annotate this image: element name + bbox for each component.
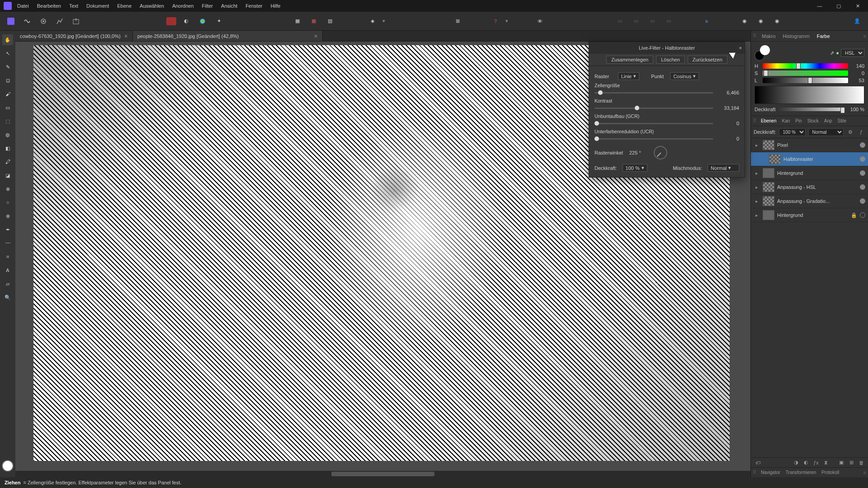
visibility-icon[interactable] [860,184,865,190]
smudge-tool-icon[interactable]: 〰 [2,238,13,249]
selection-tool-icon[interactable]: ▭ [2,102,13,113]
autowb-icon[interactable]: ✦ [212,15,225,28]
close-icon[interactable]: ✕ [851,3,864,9]
tab-makro[interactable]: Makro [758,33,779,39]
persona-export-icon[interactable] [70,15,82,28]
sat-slider[interactable] [763,70,848,76]
menu-bearbeiten[interactable]: Bearbeiten [37,3,61,9]
layer-thumbnail[interactable] [763,196,774,206]
swatches-icon[interactable] [166,17,176,25]
heal-tool-icon[interactable]: ⊗ [2,211,13,221]
hue-value[interactable]: 140 [851,63,864,69]
fx-icon[interactable]: ƒ [857,128,865,136]
move-tool-icon[interactable]: ↖ [2,48,13,59]
delete-layer-icon[interactable]: 🗑 [857,459,865,467]
layer-row[interactable]: ▸ Pixel [751,138,868,152]
layer-blend-select[interactable]: Normal [808,128,844,136]
tag-icon[interactable]: 🏷 [754,459,762,467]
menu-dokument[interactable]: Dokument [86,3,109,9]
assist-icon[interactable]: ? [489,15,502,28]
layer-opacity-input[interactable]: 100 % [779,128,806,136]
lum-slider[interactable] [763,78,848,83]
param-slider[interactable] [594,108,713,109]
lock-icon[interactable]: 🔒 [851,212,857,218]
sync-3-icon[interactable]: ◉ [771,15,783,28]
dialog-blend-select[interactable]: Normal▾ [708,164,739,172]
param-slider[interactable] [594,123,713,124]
text-tool-icon[interactable]: A [2,265,13,276]
color-wells[interactable] [755,45,770,61]
menu-fenster[interactable]: Fenster [245,3,262,9]
brush-tool-icon[interactable]: 🖌 [2,89,13,99]
angle-value[interactable]: 225 ° [629,150,647,155]
chevron-down-icon[interactable]: ▾ [382,18,385,24]
color-mode-select[interactable]: HSL [841,49,864,57]
visibility-icon[interactable] [860,156,865,162]
flood-tool-icon[interactable]: ◍ [2,129,13,140]
menu-ebene[interactable]: Ebene [117,3,132,9]
close-tab-icon[interactable]: × [314,33,318,40]
layer-row[interactable]: ▸ Anpassung - Gradatio... [751,194,868,208]
tab-pinsel[interactable]: Pin [793,118,804,123]
hand-tool-icon[interactable]: ✋ [2,34,13,45]
shape-tool-icon[interactable]: ▱ [2,278,13,289]
grip-icon[interactable]: ⠿ [751,469,758,475]
punkt-select[interactable]: Cosinus▾ [670,72,699,80]
hue-slider[interactable] [763,63,848,69]
grip-icon[interactable]: ⠿ [751,33,758,39]
fx-layer-icon[interactable]: ƒx [812,459,820,467]
expand-icon[interactable]: ▸ [754,212,760,218]
preview-icon[interactable]: 👁 [533,15,546,28]
arrange-3-icon[interactable]: ▭ [646,15,659,28]
autocolor-icon[interactable] [196,15,209,28]
slider-value[interactable]: 0 [717,136,739,141]
tab-histogramm[interactable]: Histogramm [779,33,813,39]
slider-value[interactable]: 0 [717,121,739,126]
expand-icon[interactable]: ▸ [754,142,760,148]
arrange-1-icon[interactable]: ▭ [613,15,626,28]
mask-icon[interactable]: ◑ [792,459,800,467]
mesh-tool-icon[interactable]: ⌗ [2,251,13,262]
delete-button[interactable]: Löschen [656,56,685,64]
expand-icon[interactable]: ▸ [754,198,760,204]
tab-transform[interactable]: Transformieren [783,470,819,475]
opacity-value[interactable]: 100 % [846,107,864,112]
layer-thumbnail[interactable] [763,140,774,150]
arrange-2-icon[interactable]: ▭ [630,15,642,28]
crop-tool-icon[interactable]: ⊡ [2,75,13,86]
paint-brush-tool-icon[interactable]: 🖍 [2,156,13,167]
layer-thumbnail[interactable] [763,168,774,178]
maximize-icon[interactable]: ▢ [832,3,845,9]
account-icon[interactable]: 👤 [851,15,863,28]
tab-kanaele[interactable]: Kan [779,118,793,123]
menu-text[interactable]: Text [69,3,78,9]
tab-stock[interactable]: Stock [805,118,821,123]
angle-dial[interactable] [654,146,667,160]
group-icon[interactable]: ▣ [837,459,845,467]
param-slider[interactable] [594,138,713,140]
persona-photo-icon[interactable] [5,15,17,28]
tab-navigator[interactable]: Navigator [758,470,783,475]
sync-2-icon[interactable]: ◉ [755,15,767,28]
live-filter-dialog[interactable]: Live-Filter - Halbtonraster × Zusammenle… [589,42,745,178]
zoom-tool-icon[interactable]: 🔍 [2,292,13,303]
visibility-icon[interactable] [860,198,865,204]
add-swatch-icon[interactable]: ● [836,50,839,56]
document-tab-1[interactable]: cowboy-67630_1920.jpg [Geändert] (100,0%… [15,31,133,41]
gradient-preview[interactable] [755,86,864,104]
persona-tone-icon[interactable] [53,15,66,28]
menu-auswaehlen[interactable]: Auswählen [140,3,164,9]
clone-tool-icon[interactable]: ⊕ [2,183,13,194]
close-tab-icon[interactable]: × [124,33,128,40]
color-swatch[interactable] [2,460,14,472]
menu-filter[interactable]: Filter [202,3,213,9]
layer-row[interactable]: ▸ Anpassung - HSL [751,180,868,194]
arrange-4-icon[interactable]: ▭ [662,15,675,28]
scrollbar-thumb[interactable] [331,472,434,476]
layer-row[interactable]: ▸ Hintergrund 🔒 [751,208,868,222]
autolevels-icon[interactable]: ◐ [180,15,193,28]
erase-tool-icon[interactable]: ◪ [2,170,13,181]
sat-value[interactable]: 0 [851,70,864,76]
gradient-tool-icon[interactable]: ◧ [2,143,13,154]
marquee-tool-icon[interactable]: ⬚ [2,116,13,127]
